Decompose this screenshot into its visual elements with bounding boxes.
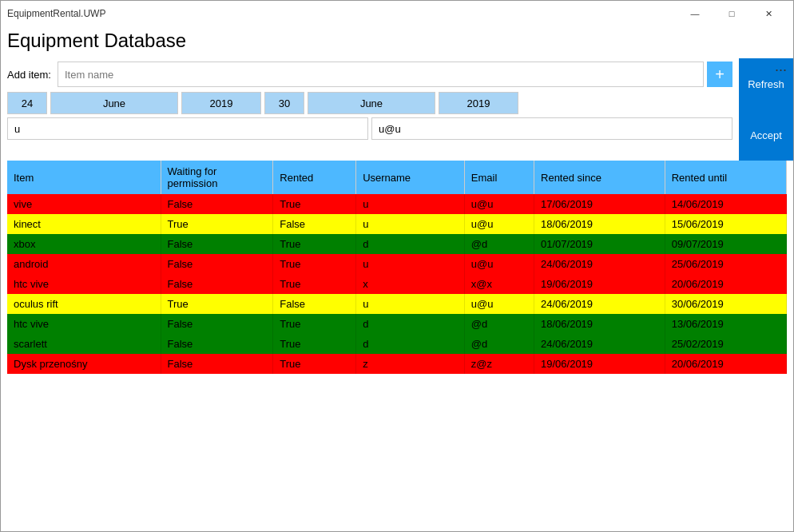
table-cell: d: [356, 234, 465, 254]
col-until: Rented until: [665, 161, 786, 194]
table-cell: x: [356, 274, 465, 294]
table-cell: android: [7, 254, 161, 274]
table-row[interactable]: oculus riftTrueFalseuu@u24/06/201930/06/…: [7, 294, 787, 314]
table-cell: 19/06/2019: [534, 274, 665, 294]
table-row[interactable]: kinectTrueFalseuu@u18/06/201915/06/2019: [7, 214, 787, 234]
add-button[interactable]: +: [707, 62, 732, 87]
table-cell: oculus rift: [7, 294, 161, 314]
table-cell: 15/06/2019: [665, 214, 786, 234]
table-cell: 13/06/2019: [665, 314, 786, 334]
table-cell: 20/06/2019: [665, 274, 786, 294]
table-cell: htc vive: [7, 314, 161, 334]
col-since: Rented since: [534, 161, 665, 194]
table-cell: False: [161, 314, 273, 334]
main-window: EquipmentRental.UWP — □ ✕ Equipment Data…: [0, 0, 794, 532]
table-row[interactable]: xboxFalseTrued@d01/07/201909/07/2019: [7, 234, 787, 254]
to-day-input[interactable]: [264, 92, 304, 114]
from-day-input[interactable]: [7, 92, 47, 114]
table-cell: True: [161, 214, 273, 234]
table-cell: u: [356, 194, 465, 214]
table-cell: True: [273, 274, 356, 294]
table-cell: x@x: [464, 274, 534, 294]
title-bar: EquipmentRental.UWP — □ ✕: [1, 1, 793, 26]
table-cell: u: [356, 294, 465, 314]
table-cell: True: [273, 254, 356, 274]
table-cell: 18/06/2019: [534, 214, 665, 234]
date-row: [1, 90, 739, 116]
from-month-input[interactable]: [50, 92, 178, 114]
table-row[interactable]: htc viveFalseTruexx@x19/06/201920/06/201…: [7, 274, 787, 294]
table-cell: htc vive: [7, 274, 161, 294]
to-month-input[interactable]: [308, 92, 435, 114]
table-container: Item Waiting forpermission Rented Userna…: [1, 161, 793, 531]
email-input[interactable]: [371, 117, 732, 140]
table-header: Item Waiting forpermission Rented Userna…: [7, 161, 787, 194]
table-cell: 24/06/2019: [534, 334, 665, 354]
table-cell: xbox: [7, 234, 161, 254]
table-cell: u: [356, 254, 465, 274]
header-area: Equipment Database ···: [1, 26, 793, 58]
table-cell: 30/06/2019: [665, 294, 786, 314]
table-cell: 24/06/2019: [534, 294, 665, 314]
col-email: Email: [464, 161, 534, 194]
table-body: viveFalseTrueuu@u17/06/201914/06/2019kin…: [7, 194, 787, 374]
table-row[interactable]: androidFalseTrueuu@u24/06/201925/06/2019: [7, 254, 787, 274]
add-item-label: Add item:: [7, 69, 51, 81]
col-item: Item: [7, 161, 161, 194]
table-cell: d: [356, 314, 465, 334]
table-cell: False: [161, 194, 273, 214]
page-title: Equipment Database: [1, 26, 793, 58]
from-year-input[interactable]: [181, 92, 261, 114]
equipment-table: Item Waiting forpermission Rented Userna…: [7, 161, 787, 374]
table-cell: True: [273, 334, 356, 354]
col-waiting: Waiting forpermission: [161, 161, 273, 194]
more-button[interactable]: ···: [775, 62, 787, 78]
table-cell: kinect: [7, 214, 161, 234]
to-year-input[interactable]: [439, 92, 518, 114]
table-cell: True: [273, 194, 356, 214]
table-cell: u@u: [464, 194, 534, 214]
table-cell: z@z: [464, 354, 534, 374]
user-row: [1, 116, 739, 141]
table-cell: True: [273, 354, 356, 374]
table-cell: False: [161, 274, 273, 294]
table-cell: False: [161, 234, 273, 254]
table-cell: 24/06/2019: [534, 254, 665, 274]
item-name-input[interactable]: [58, 62, 704, 87]
table-cell: d: [356, 334, 465, 354]
table-cell: @d: [464, 234, 534, 254]
table-cell: False: [161, 254, 273, 274]
minimize-button[interactable]: —: [677, 1, 713, 26]
maximize-button[interactable]: □: [713, 1, 750, 26]
toolbar: Add item: +: [1, 58, 739, 90]
table-cell: u: [356, 214, 465, 234]
table-cell: vive: [7, 194, 161, 214]
table-row[interactable]: htc viveFalseTrued@d18/06/201913/06/2019: [7, 314, 787, 334]
table-cell: 25/06/2019: [665, 254, 786, 274]
table-cell: 18/06/2019: [534, 314, 665, 334]
table-cell: 19/06/2019: [534, 354, 665, 374]
table-cell: 17/06/2019: [534, 194, 665, 214]
col-username: Username: [356, 161, 465, 194]
table-cell: @d: [464, 314, 534, 334]
top-controls: Add item: + Refresh Accept: [1, 58, 793, 161]
username-input[interactable]: [7, 117, 368, 140]
close-button[interactable]: ✕: [750, 1, 787, 26]
table-cell: Dysk przenośny: [7, 354, 161, 374]
table-cell: @d: [464, 334, 534, 354]
accept-button[interactable]: Accept: [739, 109, 793, 161]
window-title: EquipmentRental.UWP: [7, 8, 677, 19]
table-cell: 14/06/2019: [665, 194, 786, 214]
table-cell: True: [161, 294, 273, 314]
table-row[interactable]: viveFalseTrueuu@u17/06/201914/06/2019: [7, 194, 787, 214]
table-cell: z: [356, 354, 465, 374]
col-rented: Rented: [273, 161, 356, 194]
table-cell: u@u: [464, 294, 534, 314]
table-cell: False: [161, 354, 273, 374]
table-row[interactable]: Dysk przenośnyFalseTruezz@z19/06/201920/…: [7, 354, 787, 374]
table-row[interactable]: scarlettFalseTrued@d24/06/201925/02/2019: [7, 334, 787, 354]
title-bar-controls: — □ ✕: [677, 1, 787, 26]
table-cell: False: [273, 214, 356, 234]
table-cell: u@u: [464, 254, 534, 274]
table-cell: u@u: [464, 214, 534, 234]
